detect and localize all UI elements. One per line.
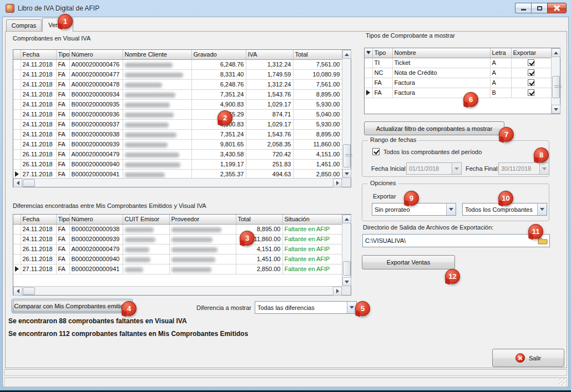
scroll-down-icon[interactable] xyxy=(342,277,351,286)
directorio-label: Directorio de Salida de Archivos de Expo… xyxy=(363,224,493,231)
table-row[interactable]: 24.11.2018FAB00002000009354,900.831,029.… xyxy=(13,99,342,109)
scroll-left-icon[interactable] xyxy=(13,287,22,296)
annotation-marker-6: 6 xyxy=(463,92,478,107)
scroll-down-icon[interactable] xyxy=(552,105,560,114)
comparar-button[interactable]: Comparar con Mis Comprobantes emitidos xyxy=(12,299,133,313)
minimize-button[interactable] xyxy=(515,3,531,13)
filter-icon xyxy=(366,51,371,54)
table-row[interactable]: 26.11.2018FAB00002000009401,451.00Faltan… xyxy=(13,254,342,264)
table-row[interactable]: 24.11.2018FAB000020000093911,860.00Falta… xyxy=(13,234,342,244)
dropdown-arrow-icon[interactable] xyxy=(452,163,461,174)
diferencia-a-mostrar-select[interactable]: Todas las diferencias xyxy=(255,301,357,314)
status-bar-bottom xyxy=(4,378,567,387)
table-row[interactable]: 24.11.2018FAB00002000009388,895.00Faltan… xyxy=(13,224,342,234)
minimize-icon xyxy=(521,9,526,11)
diferencias-grid-title: Diferencias encontradas entre Mis Compro… xyxy=(13,202,206,209)
table-row[interactable]: 24.11.2018FAA00002000004786,248.761,312.… xyxy=(13,79,342,89)
column-header: Número xyxy=(69,50,123,59)
opciones-legend: Opciones xyxy=(368,180,398,186)
maximize-button[interactable] xyxy=(531,3,547,13)
fecha-final-select[interactable]: 30/11/2018 xyxy=(498,162,549,175)
exit-icon xyxy=(516,353,525,363)
table-row[interactable]: FAFacturaB xyxy=(365,88,551,98)
table-row[interactable]: FAFacturaA xyxy=(365,78,551,88)
table-row[interactable]: 24.11.2018FAB00002000009347,351.241,543.… xyxy=(13,89,342,99)
scroll-right-icon[interactable] xyxy=(333,179,342,187)
app-icon xyxy=(6,4,14,13)
scroll-down-icon[interactable] xyxy=(342,169,351,178)
close-button[interactable] xyxy=(547,3,567,13)
fecha-inicial-select[interactable]: 01/11/2018 xyxy=(406,162,462,175)
table-row[interactable]: 24.11.2018FAB00002000009364,165.29874.71… xyxy=(13,109,342,119)
redacted-text xyxy=(125,63,173,68)
scroll-right-icon[interactable] xyxy=(333,287,342,296)
row-selector xyxy=(13,99,21,109)
annotation-marker-8: 8 xyxy=(534,147,549,162)
vscroll-thumb[interactable] xyxy=(343,144,351,167)
opciones-group: Opciones Exportar Sin prorrateo Todos lo… xyxy=(362,184,549,221)
scroll-up-icon[interactable] xyxy=(552,48,560,57)
output-directory-input[interactable]: C:\VISUALIVA\ xyxy=(362,234,550,247)
vscroll-thumb[interactable] xyxy=(343,261,351,276)
scroll-left-icon[interactable] xyxy=(13,179,22,187)
todos-comprobantes-checkbox[interactable] xyxy=(372,148,380,155)
table-row[interactable]: 24.11.2018FAA00002000004766,248.761,312.… xyxy=(13,59,342,69)
dropdown-arrow-icon[interactable] xyxy=(446,203,456,215)
exportar-checkbox[interactable] xyxy=(528,79,534,86)
rango-de-fechas-legend: Rango de fechas xyxy=(368,136,418,143)
tipos-comprobante-grid: TipoNombreLetraExportarTITicketANCNota d… xyxy=(364,48,560,114)
annotation-marker-10: 10 xyxy=(498,191,513,206)
exportar-checkbox[interactable] xyxy=(528,59,534,66)
column-header xyxy=(365,48,372,58)
redacted-text xyxy=(171,227,221,232)
salir-button[interactable]: Salir xyxy=(492,349,564,367)
diferencias-grid-hscrollbar[interactable] xyxy=(13,286,342,295)
exportar-checkbox[interactable] xyxy=(528,69,534,76)
dropdown-arrow-icon[interactable] xyxy=(539,163,549,174)
column-header: Situación xyxy=(282,215,342,224)
table-row[interactable]: 24.11.2018FAA00002000004778,331.401,749.… xyxy=(13,69,342,79)
tipos-grid-vscrollbar[interactable] xyxy=(551,48,560,114)
status-faltantes-visual-iva: Se encontraron 88 comprobantes faltantes… xyxy=(8,317,187,325)
table-row[interactable]: 26.11.2018FAB00002000009401,199.17251.83… xyxy=(13,159,342,169)
column-header: Nombre Cliente xyxy=(123,50,191,59)
annotation-marker-1: 1 xyxy=(58,14,73,29)
table-row[interactable]: 24.11.2018FAB00002000009374,900.831,029.… xyxy=(13,119,342,129)
hscroll-thumb[interactable] xyxy=(23,287,35,295)
hscroll-thumb[interactable] xyxy=(23,179,35,187)
table-row[interactable]: TITicketA xyxy=(365,58,551,68)
table-row[interactable]: 26.11.2018FAA00002000004794,151.00Faltan… xyxy=(13,244,342,254)
row-selector xyxy=(13,109,21,119)
table-row[interactable]: 24.11.2018FAB00002000009399,801.652,058.… xyxy=(13,139,342,149)
redacted-text xyxy=(125,162,181,167)
table-row[interactable]: 27.11.2018FAB00002000009412,355.37494.63… xyxy=(13,169,342,178)
scroll-up-icon[interactable] xyxy=(342,215,351,223)
redacted-text xyxy=(125,113,174,118)
table-row[interactable]: 26.11.2018FAA00002000004793,430.58720.42… xyxy=(13,149,342,159)
table-row[interactable]: 24.11.2018FAB00002000009387,351.241,543.… xyxy=(13,129,342,139)
redacted-text xyxy=(125,237,155,242)
diferencia-a-mostrar-label: Diferencia a mostrar xyxy=(186,304,251,311)
annotation-marker-7: 7 xyxy=(499,127,514,142)
row-selector xyxy=(13,234,21,244)
table-row[interactable]: NCNota de CréditoA xyxy=(365,68,551,78)
salir-label: Salir xyxy=(529,355,541,362)
current-row-icon xyxy=(366,90,370,95)
dropdown-arrow-icon[interactable] xyxy=(537,203,547,215)
vscroll-thumb[interactable] xyxy=(552,76,560,98)
redacted-text xyxy=(125,103,170,108)
visual-iva-grid-vscrollbar[interactable] xyxy=(342,50,351,178)
table-row[interactable]: 27.11.2018FAB00002000009412,850.00Faltan… xyxy=(13,264,342,274)
redacted-text xyxy=(125,227,154,232)
visual-iva-grid-hscrollbar[interactable] xyxy=(13,178,342,187)
redacted-text xyxy=(125,172,165,177)
exportar-checkbox[interactable] xyxy=(528,89,534,96)
exportar-ventas-button[interactable]: Exportar Ventas xyxy=(362,255,455,269)
resize-grip[interactable] xyxy=(558,378,565,385)
tab-compras[interactable]: Compras xyxy=(6,19,42,31)
annotation-marker-4: 4 xyxy=(122,301,137,316)
scroll-up-icon[interactable] xyxy=(342,50,351,59)
diferencias-grid-vscrollbar[interactable] xyxy=(342,215,351,286)
column-header: Fecha xyxy=(21,215,56,224)
actualizar-filtro-button[interactable]: Actualizar filtro de comprobantes a most… xyxy=(364,121,504,135)
